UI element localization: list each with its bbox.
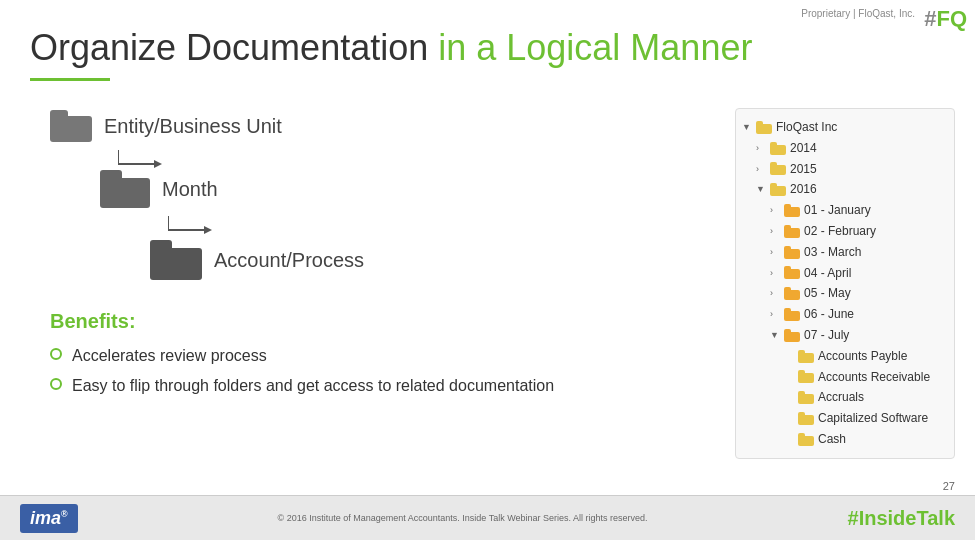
tree-item-2014: › 2014: [742, 138, 948, 159]
folder-hierarchy: Entity/Business Unit Month: [50, 110, 590, 280]
folder-label-account: Account/Process: [214, 249, 364, 272]
tree-label-root: FloQast Inc: [776, 119, 837, 136]
tree-label-jul: 07 - July: [804, 327, 849, 344]
file-icon-2014: [770, 142, 786, 155]
tree-label-2016: 2016: [790, 181, 817, 198]
folder-row-account: Account/Process: [150, 240, 590, 280]
chevron-may: ›: [770, 287, 784, 300]
title-part1: Organize Documentation: [30, 27, 428, 68]
ima-logo: ima®: [20, 504, 78, 533]
chevron-jul: ▼: [770, 329, 784, 342]
tree-label-jun: 06 - June: [804, 306, 854, 323]
benefit-text-2: Easy to flip through folders and get acc…: [72, 375, 554, 397]
tree-item-accounts-receivable: Accounts Receivable: [742, 367, 948, 388]
folder-row-entity: Entity/Business Unit: [50, 110, 590, 142]
tree-item-cash: Cash: [742, 429, 948, 450]
tree-item-jul: ▼ 07 - July: [742, 325, 948, 346]
chevron-mar: ›: [770, 246, 784, 259]
slide: Proprietary | FloQast, Inc. #FQ Organize…: [0, 0, 975, 540]
ima-trademark: ®: [61, 509, 68, 519]
benefits-title: Benefits:: [50, 310, 590, 333]
folder-icon-month: [100, 170, 150, 208]
file-icon-2015: [770, 162, 786, 175]
file-icon-cash: [798, 433, 814, 446]
tree-item-jan: › 01 - January: [742, 200, 948, 221]
bullet-1: [50, 348, 62, 360]
chevron-jun: ›: [770, 308, 784, 321]
file-icon-jan: [784, 204, 800, 217]
slide-title: Organize Documentation in a Logical Mann…: [30, 28, 752, 68]
fq-logo: #FQ: [924, 6, 967, 32]
folder-row-month: Month: [100, 170, 590, 208]
folder-icon-entity: [50, 110, 92, 142]
file-icon-root: [756, 121, 772, 134]
file-icon-jul: [784, 329, 800, 342]
chevron-feb: ›: [770, 225, 784, 238]
file-icon-jun: [784, 308, 800, 321]
file-icon-apr: [784, 266, 800, 279]
watermark: Proprietary | FloQast, Inc.: [801, 8, 915, 19]
file-icon-mar: [784, 246, 800, 259]
tree-label-may: 05 - May: [804, 285, 851, 302]
tree-label-cs: Capitalized Software: [818, 410, 928, 427]
folder-label-month: Month: [162, 178, 218, 201]
file-tree-panel: ▼ FloQast Inc › 2014 › 2015: [735, 108, 955, 459]
benefit-item-2: Easy to flip through folders and get acc…: [50, 375, 590, 397]
chevron-2015: ›: [756, 163, 770, 176]
tree-label-ar: Accounts Receivable: [818, 369, 930, 386]
tree-label-apr: 04 - April: [804, 265, 851, 282]
file-icon-may: [784, 287, 800, 300]
tree-item-jun: › 06 - June: [742, 304, 948, 325]
file-icon-feb: [784, 225, 800, 238]
tree-item-feb: › 02 - February: [742, 221, 948, 242]
title-part2: in a Logical Manner: [438, 27, 752, 68]
tree-label-feb: 02 - February: [804, 223, 876, 240]
title-underline: [30, 78, 110, 81]
arrow-connector-1: [118, 150, 590, 168]
file-icon-cs: [798, 412, 814, 425]
left-content: Entity/Business Unit Month: [30, 100, 590, 406]
tree-item-accounts-payble: Accounts Payble: [742, 346, 948, 367]
folder-icon-account: [150, 240, 202, 280]
bullet-2: [50, 378, 62, 390]
footer-copyright: © 2016 Institute of Management Accountan…: [278, 513, 648, 523]
file-icon-ap: [798, 350, 814, 363]
tree-item-2015: › 2015: [742, 159, 948, 180]
footer: ima® © 2016 Institute of Management Acco…: [0, 495, 975, 540]
benefits-section: Benefits: Accelerates review process Eas…: [50, 310, 590, 398]
arrow-connector-2: [168, 216, 590, 238]
tree-item-accruals: Accruals: [742, 387, 948, 408]
chevron-root: ▼: [742, 121, 756, 134]
tree-item-cap-software: Capitalized Software: [742, 408, 948, 429]
tree-item-mar: › 03 - March: [742, 242, 948, 263]
tree-label-ap: Accounts Payble: [818, 348, 907, 365]
file-icon-accruals: [798, 391, 814, 404]
tree-label-2015: 2015: [790, 161, 817, 178]
tree-label-cash: Cash: [818, 431, 846, 448]
tree-label-mar: 03 - March: [804, 244, 861, 261]
file-icon-ar: [798, 370, 814, 383]
tree-label-jan: 01 - January: [804, 202, 871, 219]
tree-item-may: › 05 - May: [742, 283, 948, 304]
ima-logo-text: ima: [30, 508, 61, 528]
tree-item-apr: › 04 - April: [742, 263, 948, 284]
tree-label-accruals: Accruals: [818, 389, 864, 406]
benefit-text-1: Accelerates review process: [72, 345, 267, 367]
page-number: 27: [943, 480, 955, 492]
chevron-2016: ▼: [756, 183, 770, 196]
file-icon-2016: [770, 183, 786, 196]
benefit-item-1: Accelerates review process: [50, 345, 590, 367]
tree-item-2016: ▼ 2016: [742, 179, 948, 200]
chevron-2014: ›: [756, 142, 770, 155]
svg-marker-2: [154, 160, 162, 168]
chevron-apr: ›: [770, 267, 784, 280]
folder-label-entity: Entity/Business Unit: [104, 115, 282, 138]
svg-marker-5: [204, 226, 212, 234]
tree-root: ▼ FloQast Inc: [742, 117, 948, 138]
footer-hashtag: #InsideTalk: [848, 507, 955, 530]
tree-label-2014: 2014: [790, 140, 817, 157]
chevron-jan: ›: [770, 204, 784, 217]
